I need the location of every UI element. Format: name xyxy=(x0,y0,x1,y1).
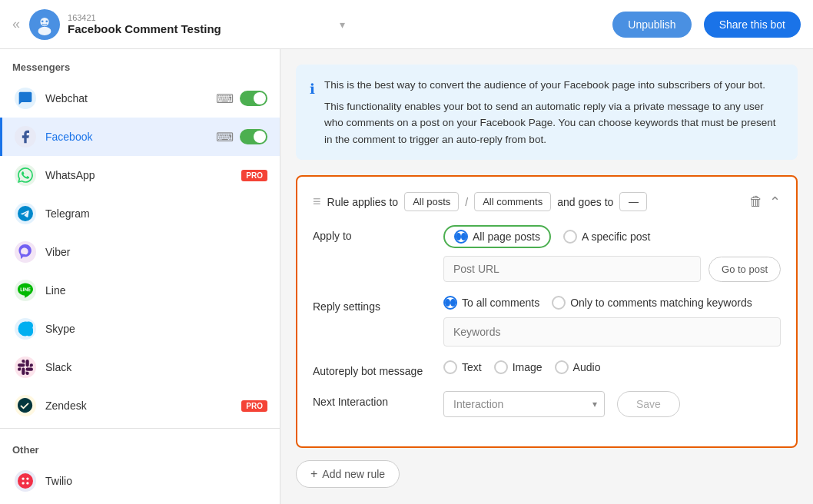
slack-icon xyxy=(15,356,36,378)
sidebar-item-facebook[interactable]: Facebook ⌨ xyxy=(0,118,280,156)
svg-point-4 xyxy=(45,20,48,22)
facebook-toggle[interactable] xyxy=(240,129,267,144)
sidebar: Messengers Webchat ⌨ Facebook ⌨ xyxy=(0,49,280,504)
next-interaction-content: Interaction ▾ Save xyxy=(443,391,781,417)
sidebar-item-viber[interactable]: Viber xyxy=(0,233,280,271)
main-layout: Messengers Webchat ⌨ Facebook ⌨ xyxy=(0,49,813,504)
sidebar-item-line[interactable]: Line xyxy=(0,271,280,310)
reply-options: To all comments Only to comments matchin… xyxy=(443,296,781,310)
unpublish-button[interactable]: Unpublish xyxy=(612,12,691,38)
line-label: Line xyxy=(45,284,267,297)
bot-info: 163421 Facebook Comment Testing xyxy=(68,13,335,35)
only-matching-option[interactable]: Only to comments matching keywords xyxy=(552,296,752,310)
only-matching-radio[interactable] xyxy=(552,296,566,310)
telegram-icon xyxy=(15,203,36,224)
to-all-comments-option[interactable]: To all comments xyxy=(443,296,539,310)
webchat-chat-icon: ⌨ xyxy=(216,91,234,106)
image-label: Image xyxy=(513,361,543,373)
info-text: This is the best way to convert the audi… xyxy=(324,77,784,148)
info-line2: This functionality enables your bot to s… xyxy=(324,98,784,148)
webchat-label: Webchat xyxy=(45,92,216,104)
text-radio[interactable] xyxy=(443,360,457,374)
bot-dropdown-icon[interactable]: ▾ xyxy=(340,18,345,31)
autoreply-content: Text Image Audio xyxy=(443,360,781,374)
to-all-comments-radio[interactable] xyxy=(443,296,457,310)
twilio-icon xyxy=(15,470,36,492)
audio-radio[interactable] xyxy=(555,360,569,374)
slack-label: Slack xyxy=(45,361,267,373)
reply-settings-row: Reply settings To all comments Only to c… xyxy=(313,296,781,346)
sidebar-item-whatsapp[interactable]: WhatsApp PRO xyxy=(0,156,280,194)
whatsapp-icon xyxy=(15,164,36,186)
rule-applies-label: Rule applies to xyxy=(327,196,399,208)
all-page-posts-option[interactable]: All page posts xyxy=(443,225,551,248)
keywords-input[interactable] xyxy=(443,317,781,346)
interaction-select-wrapper: Interaction ▾ xyxy=(443,391,605,417)
save-button[interactable]: Save xyxy=(617,391,680,417)
sidebar-item-slack[interactable]: Slack xyxy=(0,348,280,386)
specific-post-option[interactable]: A specific post xyxy=(563,230,651,244)
text-option[interactable]: Text xyxy=(443,360,482,374)
autoreply-label: Autoreply bot message xyxy=(313,360,443,377)
line-icon xyxy=(15,280,36,301)
image-option[interactable]: Image xyxy=(494,360,543,374)
add-new-rule-button[interactable]: + Add new rule xyxy=(296,460,400,488)
whatsapp-label: WhatsApp xyxy=(45,169,241,181)
webchat-icon xyxy=(15,88,36,109)
zendesk-icon xyxy=(15,395,36,416)
go-to-post-button[interactable]: Go to post xyxy=(708,257,781,282)
audio-label: Audio xyxy=(573,361,601,373)
info-icon: ℹ xyxy=(310,78,315,148)
specific-post-radio[interactable] xyxy=(563,230,577,244)
sidebar-item-webchat[interactable]: Webchat ⌨ xyxy=(0,79,280,118)
sidebar-item-zendesk[interactable]: Zendesk PRO xyxy=(0,386,280,425)
all-comments-tag[interactable]: All comments xyxy=(474,192,551,211)
svg-point-5 xyxy=(18,473,33,489)
twilio-label: Twilio xyxy=(45,475,267,487)
zendesk-pro-badge: PRO xyxy=(241,400,267,412)
collapse-rule-icon[interactable]: ⌃ xyxy=(769,194,781,211)
interaction-select[interactable]: Interaction xyxy=(443,391,605,417)
delete-rule-icon[interactable]: 🗑 xyxy=(749,194,763,210)
all-page-posts-label: All page posts xyxy=(473,230,540,243)
apply-to-options: All page posts A specific post xyxy=(443,225,781,248)
text-label: Text xyxy=(462,361,482,373)
sidebar-divider xyxy=(0,428,280,429)
slash-separator: / xyxy=(465,196,468,208)
other-section-title: Other xyxy=(0,432,280,462)
rule-card: ≡ Rule applies to All posts / All commen… xyxy=(296,175,798,448)
plus-icon: + xyxy=(310,467,317,481)
svg-point-7 xyxy=(26,477,28,479)
audio-option[interactable]: Audio xyxy=(555,360,601,374)
autoreply-type-options: Text Image Audio xyxy=(443,360,781,374)
post-url-input[interactable] xyxy=(443,256,701,282)
apply-to-content: All page posts A specific post Go to pos… xyxy=(443,225,781,282)
goes-to-value[interactable]: — xyxy=(619,192,647,211)
reply-settings-content: To all comments Only to comments matchin… xyxy=(443,296,781,346)
all-posts-tag[interactable]: All posts xyxy=(404,192,459,211)
zendesk-label: Zendesk xyxy=(45,400,241,412)
header: « 163421 Facebook Comment Testing ▾ Unpu… xyxy=(0,0,813,49)
svg-point-6 xyxy=(22,477,24,479)
apply-to-label: Apply to xyxy=(313,225,443,242)
only-matching-label: Only to comments matching keywords xyxy=(570,297,752,309)
messengers-section-title: Messengers xyxy=(0,49,280,79)
share-button[interactable]: Share this bot xyxy=(704,12,801,38)
reply-settings-label: Reply settings xyxy=(313,296,443,313)
next-interaction-row: Next Interaction Interaction ▾ Save xyxy=(313,391,781,417)
sidebar-item-skype[interactable]: Skype xyxy=(0,310,280,348)
back-button[interactable]: « xyxy=(12,16,20,32)
svg-point-2 xyxy=(38,26,51,35)
add-rule-label: Add new rule xyxy=(322,468,385,480)
autoreply-row: Autoreply bot message Text Image xyxy=(313,360,781,377)
image-radio[interactable] xyxy=(494,360,508,374)
webchat-toggle[interactable] xyxy=(240,91,267,106)
svg-point-9 xyxy=(26,482,28,484)
drag-handle[interactable]: ≡ xyxy=(313,194,321,210)
sidebar-item-twilio[interactable]: Twilio xyxy=(0,462,280,500)
sidebar-item-telegram[interactable]: Telegram xyxy=(0,194,280,233)
next-interaction-label: Next Interaction xyxy=(313,391,443,408)
post-url-row: Go to post xyxy=(443,256,781,282)
all-page-posts-radio[interactable] xyxy=(454,230,468,244)
viber-icon xyxy=(15,241,36,263)
